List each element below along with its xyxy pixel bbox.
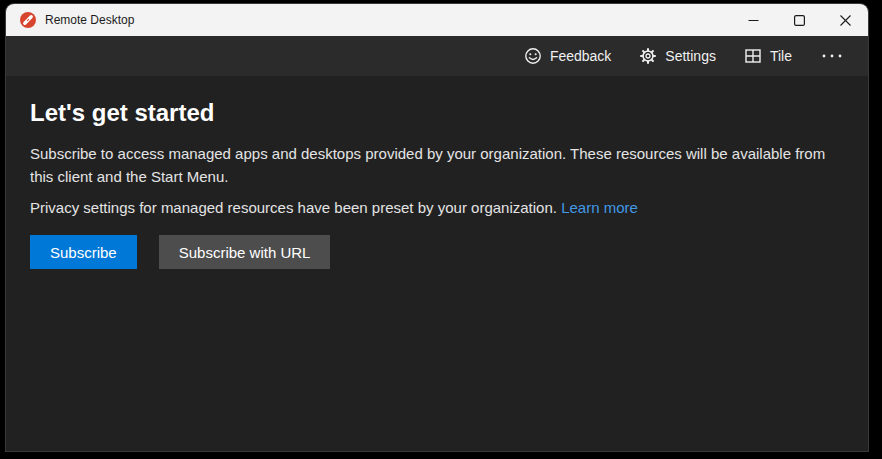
settings-label: Settings xyxy=(665,48,716,64)
learn-more-link[interactable]: Learn more xyxy=(561,199,638,216)
window-title: Remote Desktop xyxy=(45,13,134,27)
titlebar-left: Remote Desktop xyxy=(6,12,730,28)
window-controls xyxy=(730,4,868,36)
minimize-icon xyxy=(748,15,759,26)
remote-desktop-window: Remote Desktop xyxy=(6,4,868,451)
settings-button[interactable]: Settings xyxy=(625,36,730,76)
privacy-note-text: Privacy settings for managed resources h… xyxy=(30,199,557,216)
more-options-button[interactable] xyxy=(806,36,858,76)
tile-button[interactable]: Tile xyxy=(730,36,806,76)
subscribe-with-url-button[interactable]: Subscribe with URL xyxy=(159,235,331,269)
titlebar: Remote Desktop xyxy=(6,4,868,36)
button-row: Subscribe Subscribe with URL xyxy=(30,235,852,269)
subscribe-description: Subscribe to access managed apps and des… xyxy=(30,142,852,188)
more-options-icon xyxy=(820,47,844,65)
feedback-smiley-icon xyxy=(524,47,542,65)
privacy-note: Privacy settings for managed resources h… xyxy=(30,196,852,219)
feedback-button[interactable]: Feedback xyxy=(510,36,625,76)
feedback-label: Feedback xyxy=(550,48,611,64)
close-button[interactable] xyxy=(822,4,868,36)
tile-label: Tile xyxy=(770,48,792,64)
remote-desktop-app-icon xyxy=(20,12,36,28)
page-title: Let's get started xyxy=(30,98,852,128)
subscribe-button[interactable]: Subscribe xyxy=(30,235,137,269)
main-content: Let's get started Subscribe to access ma… xyxy=(6,76,868,451)
maximize-icon xyxy=(794,15,805,26)
toolbar: Feedback Settings xyxy=(6,36,868,76)
maximize-button[interactable] xyxy=(776,4,822,36)
close-icon xyxy=(840,15,851,26)
settings-gear-icon xyxy=(639,47,657,65)
tile-grid-icon xyxy=(744,47,762,65)
minimize-button[interactable] xyxy=(730,4,776,36)
